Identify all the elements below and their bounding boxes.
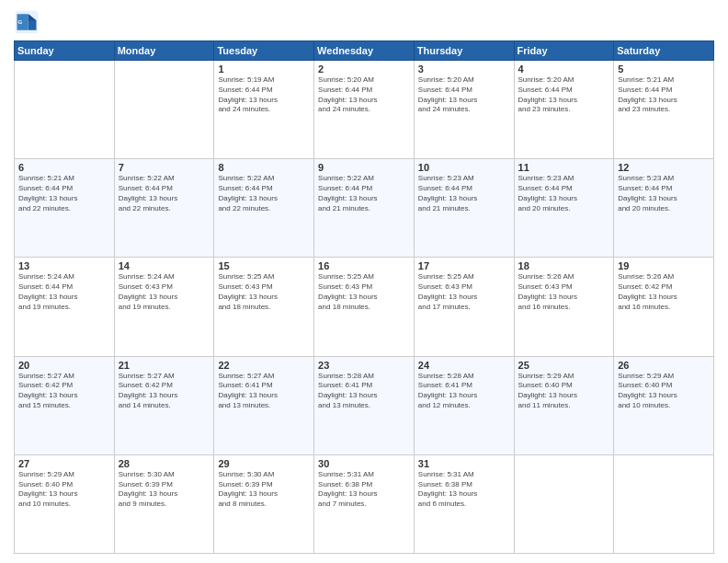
day-number: 12 (618, 162, 710, 173)
calendar-cell: 8Sunrise: 5:22 AM Sunset: 6:44 PM Daylig… (214, 159, 314, 258)
day-info: Sunrise: 5:20 AM Sunset: 6:44 PM Dayligh… (418, 75, 510, 115)
day-number: 1 (218, 63, 310, 75)
svg-text:G: G (17, 18, 22, 25)
day-number: 16 (318, 260, 410, 271)
day-info: Sunrise: 5:23 AM Sunset: 6:44 PM Dayligh… (518, 174, 610, 213)
calendar-cell: 10Sunrise: 5:23 AM Sunset: 6:44 PM Dayli… (414, 159, 514, 258)
day-info: Sunrise: 5:24 AM Sunset: 6:44 PM Dayligh… (18, 272, 110, 312)
weekday-header-saturday: Saturday (614, 41, 714, 61)
day-info: Sunrise: 5:30 AM Sunset: 6:39 PM Dayligh… (119, 470, 210, 510)
calendar-cell: 18Sunrise: 5:26 AM Sunset: 6:43 PM Dayli… (514, 258, 614, 356)
day-number: 2 (318, 63, 410, 75)
calendar-cell (614, 454, 714, 553)
calendar-cell: 6Sunrise: 5:21 AM Sunset: 6:44 PM Daylig… (15, 159, 115, 258)
calendar-cell: 15Sunrise: 5:25 AM Sunset: 6:43 PM Dayli… (214, 258, 314, 356)
day-number: 17 (418, 260, 510, 271)
day-info: Sunrise: 5:20 AM Sunset: 6:44 PM Dayligh… (318, 75, 410, 115)
day-number: 21 (119, 360, 210, 371)
day-number: 13 (18, 260, 110, 271)
calendar-cell: 20Sunrise: 5:27 AM Sunset: 6:42 PM Dayli… (15, 356, 115, 454)
day-info: Sunrise: 5:31 AM Sunset: 6:38 PM Dayligh… (418, 470, 510, 510)
calendar-cell: 30Sunrise: 5:31 AM Sunset: 6:38 PM Dayli… (314, 454, 415, 553)
week-row-4: 20Sunrise: 5:27 AM Sunset: 6:42 PM Dayli… (15, 356, 714, 454)
day-info: Sunrise: 5:26 AM Sunset: 6:43 PM Dayligh… (518, 272, 610, 312)
day-number: 22 (218, 360, 310, 371)
calendar-cell: 23Sunrise: 5:28 AM Sunset: 6:41 PM Dayli… (314, 356, 415, 454)
day-number: 9 (318, 162, 410, 173)
calendar-table: SundayMondayTuesdayWednesdayThursdayFrid… (14, 40, 714, 554)
week-row-2: 6Sunrise: 5:21 AM Sunset: 6:44 PM Daylig… (15, 159, 714, 258)
day-number: 27 (18, 458, 110, 469)
day-number: 25 (518, 360, 610, 371)
day-number: 30 (318, 458, 410, 469)
calendar-cell: 22Sunrise: 5:27 AM Sunset: 6:41 PM Dayli… (214, 356, 314, 454)
calendar-cell (514, 454, 614, 553)
day-info: Sunrise: 5:25 AM Sunset: 6:43 PM Dayligh… (318, 272, 410, 312)
day-info: Sunrise: 5:28 AM Sunset: 6:41 PM Dayligh… (318, 372, 410, 411)
calendar-cell: 13Sunrise: 5:24 AM Sunset: 6:44 PM Dayli… (15, 258, 115, 356)
day-info: Sunrise: 5:22 AM Sunset: 6:44 PM Dayligh… (218, 174, 310, 213)
day-number: 4 (518, 63, 610, 75)
day-number: 11 (518, 162, 610, 173)
day-number: 15 (218, 260, 310, 271)
day-number: 26 (618, 360, 710, 371)
calendar-cell: 29Sunrise: 5:30 AM Sunset: 6:39 PM Dayli… (214, 454, 314, 553)
day-info: Sunrise: 5:28 AM Sunset: 6:41 PM Dayligh… (418, 372, 510, 411)
day-number: 5 (618, 63, 710, 75)
calendar-cell: 27Sunrise: 5:29 AM Sunset: 6:40 PM Dayli… (15, 454, 115, 553)
weekday-header-row: SundayMondayTuesdayWednesdayThursdayFrid… (15, 41, 714, 61)
week-row-3: 13Sunrise: 5:24 AM Sunset: 6:44 PM Dayli… (15, 258, 714, 356)
calendar-cell (15, 61, 115, 159)
day-number: 8 (218, 162, 310, 173)
day-number: 28 (119, 458, 210, 469)
day-info: Sunrise: 5:22 AM Sunset: 6:44 PM Dayligh… (318, 174, 410, 213)
calendar-cell: 25Sunrise: 5:29 AM Sunset: 6:40 PM Dayli… (514, 356, 614, 454)
day-info: Sunrise: 5:27 AM Sunset: 6:42 PM Dayligh… (18, 372, 110, 411)
day-info: Sunrise: 5:30 AM Sunset: 6:39 PM Dayligh… (218, 470, 310, 510)
day-info: Sunrise: 5:23 AM Sunset: 6:44 PM Dayligh… (418, 174, 510, 213)
day-info: Sunrise: 5:23 AM Sunset: 6:44 PM Dayligh… (618, 174, 710, 213)
calendar-cell: 24Sunrise: 5:28 AM Sunset: 6:41 PM Dayli… (414, 356, 514, 454)
calendar-cell: 5Sunrise: 5:21 AM Sunset: 6:44 PM Daylig… (614, 61, 714, 159)
day-number: 18 (518, 260, 610, 271)
day-info: Sunrise: 5:21 AM Sunset: 6:44 PM Dayligh… (618, 75, 710, 115)
day-number: 10 (418, 162, 510, 173)
day-number: 23 (318, 360, 410, 371)
calendar-cell: 2Sunrise: 5:20 AM Sunset: 6:44 PM Daylig… (314, 61, 415, 159)
weekday-header-tuesday: Tuesday (214, 41, 314, 61)
day-number: 24 (418, 360, 510, 371)
day-number: 20 (18, 360, 110, 371)
day-number: 14 (119, 260, 210, 271)
day-info: Sunrise: 5:25 AM Sunset: 6:43 PM Dayligh… (218, 272, 310, 312)
calendar-cell: 11Sunrise: 5:23 AM Sunset: 6:44 PM Dayli… (514, 159, 614, 258)
calendar-cell: 4Sunrise: 5:20 AM Sunset: 6:44 PM Daylig… (514, 61, 614, 159)
day-info: Sunrise: 5:22 AM Sunset: 6:44 PM Dayligh… (119, 174, 210, 213)
day-number: 29 (218, 458, 310, 469)
weekday-header-thursday: Thursday (414, 41, 514, 61)
logo: G (14, 9, 43, 35)
day-number: 19 (618, 260, 710, 271)
page: G SundayMondayTuesdayWednesdayThursdayFr… (0, 0, 728, 563)
day-number: 3 (418, 63, 510, 75)
calendar-cell: 14Sunrise: 5:24 AM Sunset: 6:43 PM Dayli… (114, 258, 214, 356)
day-info: Sunrise: 5:21 AM Sunset: 6:44 PM Dayligh… (18, 174, 110, 213)
calendar-cell: 7Sunrise: 5:22 AM Sunset: 6:44 PM Daylig… (114, 159, 214, 258)
day-info: Sunrise: 5:19 AM Sunset: 6:44 PM Dayligh… (218, 75, 310, 115)
day-info: Sunrise: 5:25 AM Sunset: 6:43 PM Dayligh… (418, 272, 510, 312)
calendar-cell: 21Sunrise: 5:27 AM Sunset: 6:42 PM Dayli… (114, 356, 214, 454)
calendar-cell: 3Sunrise: 5:20 AM Sunset: 6:44 PM Daylig… (414, 61, 514, 159)
day-number: 31 (418, 458, 510, 469)
day-info: Sunrise: 5:31 AM Sunset: 6:38 PM Dayligh… (318, 470, 410, 510)
weekday-header-friday: Friday (514, 41, 614, 61)
day-number: 7 (119, 162, 210, 173)
day-info: Sunrise: 5:29 AM Sunset: 6:40 PM Dayligh… (618, 372, 710, 411)
day-number: 6 (18, 162, 110, 173)
day-info: Sunrise: 5:29 AM Sunset: 6:40 PM Dayligh… (518, 372, 610, 411)
week-row-5: 27Sunrise: 5:29 AM Sunset: 6:40 PM Dayli… (15, 454, 714, 553)
day-info: Sunrise: 5:26 AM Sunset: 6:42 PM Dayligh… (618, 272, 710, 312)
day-info: Sunrise: 5:27 AM Sunset: 6:41 PM Dayligh… (218, 372, 310, 411)
calendar-cell: 19Sunrise: 5:26 AM Sunset: 6:42 PM Dayli… (614, 258, 714, 356)
day-info: Sunrise: 5:27 AM Sunset: 6:42 PM Dayligh… (119, 372, 210, 411)
weekday-header-wednesday: Wednesday (314, 41, 415, 61)
calendar-cell: 17Sunrise: 5:25 AM Sunset: 6:43 PM Dayli… (414, 258, 514, 356)
